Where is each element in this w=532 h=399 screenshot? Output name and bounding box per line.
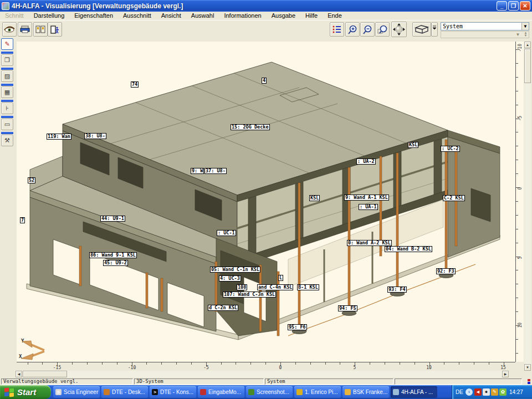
menu-item[interactable]: Ende bbox=[323, 12, 347, 19]
view-cube-icon[interactable] bbox=[412, 22, 431, 37]
update-icon[interactable]: ✿ bbox=[499, 388, 507, 396]
slab-hatch-icon[interactable]: ▨ bbox=[1, 70, 13, 82]
menu-item[interactable]: Ausgabe bbox=[267, 12, 300, 19]
start-button[interactable]: Start bbox=[0, 385, 51, 399]
model-annotation-label[interactable]: 05: Wand C-1n KSL bbox=[210, 267, 260, 273]
horizontal-scrollbar[interactable]: ◀ ▶ bbox=[16, 371, 509, 377]
model-annotation-label[interactable]: 45: U9-2 bbox=[103, 260, 128, 266]
taskbar-button[interactable]: 4H-ALFA - ... bbox=[391, 386, 437, 398]
close-button[interactable]: ✕ bbox=[520, 1, 530, 11]
menu-item[interactable]: Hilfe bbox=[300, 12, 323, 19]
ruler-tick bbox=[516, 298, 518, 298]
model-annotation-label[interactable]: 37: U8- bbox=[204, 168, 227, 174]
vertical-scrollbar[interactable]: ▲ ▼ bbox=[524, 42, 531, 371]
model-viewport[interactable]: 74415: 2OG Decke119: Wan38: U8-9: W37: U… bbox=[17, 42, 515, 362]
toolbar-grip[interactable] bbox=[1, 52, 13, 54]
model-annotation-label[interactable]: d C-2n KSL bbox=[208, 305, 238, 311]
system-combo[interactable]: System ▼ bbox=[441, 22, 529, 30]
vscroll-thumb[interactable] bbox=[524, 49, 531, 83]
model-annotation-label[interactable]: : UC-1 bbox=[217, 230, 236, 236]
pan-control[interactable] bbox=[391, 22, 407, 37]
model-annotation-label[interactable]: 94: F5 bbox=[338, 305, 357, 311]
model-annotation-label[interactable]: KSL bbox=[309, 195, 320, 201]
secondary-combo[interactable]: ▼ ▲▼ bbox=[441, 31, 529, 38]
taskbar-button[interactable]: S Scia Engineer bbox=[53, 386, 100, 398]
textbox-icon[interactable]: ▭ bbox=[1, 119, 13, 130]
model-annotation-label[interactable]: 15: 2OG Decke bbox=[231, 124, 270, 130]
taskbar-button[interactable]: > DTE - Kons... bbox=[150, 386, 196, 398]
view-eye-icon[interactable] bbox=[2, 22, 17, 37]
toolbar-grip[interactable] bbox=[1, 116, 13, 118]
model-annotation-label[interactable]: : UC-2 bbox=[441, 146, 460, 152]
model-annotation-label[interactable]: 9: Wand A-1 KSL bbox=[344, 195, 389, 201]
combo-dropdown-icon[interactable]: ▼ bbox=[521, 23, 529, 30]
exit-door-icon[interactable] bbox=[48, 22, 62, 37]
hscroll-thumb[interactable] bbox=[23, 371, 67, 377]
scroll-down-icon[interactable]: ▼ bbox=[524, 364, 531, 371]
model-annotation-label[interactable]: L bbox=[278, 275, 283, 281]
model-annotation-label[interactable]: 92: F3 bbox=[436, 268, 456, 274]
model-annotation-label[interactable]: 108 bbox=[237, 284, 247, 290]
taskbar-button[interactable]: 1. Enrico Pi... bbox=[294, 386, 341, 398]
model-annotation-label[interactable]: 119: Wan bbox=[47, 134, 71, 140]
taskbar-button[interactable]: Screenshot... bbox=[246, 386, 293, 398]
model-annotation-label[interactable]: 38: U8- bbox=[84, 133, 106, 139]
section-pen-icon[interactable]: ✎ bbox=[1, 38, 13, 50]
zoom-out-icon[interactable] bbox=[360, 22, 375, 37]
model-annotation-label[interactable]: 74 bbox=[131, 81, 139, 88]
toolbar-grip[interactable] bbox=[1, 68, 13, 70]
print-icon[interactable] bbox=[18, 22, 32, 37]
menu-item[interactable]: Darstellung bbox=[29, 12, 70, 19]
scroll-left-icon[interactable]: ◀ bbox=[16, 371, 22, 377]
menu-item[interactable]: Ausschnitt bbox=[118, 12, 156, 19]
model-annotation-label[interactable]: 0: Wand A-2 KSL bbox=[347, 240, 392, 246]
model-annotation-label[interactable]: 107: Wand C-3n KSL bbox=[223, 291, 276, 298]
model-annotation-label[interactable]: KSL bbox=[408, 142, 418, 148]
toolbar-grip[interactable] bbox=[1, 84, 13, 86]
levels-icon[interactable]: ⊦ bbox=[1, 103, 13, 114]
menu-item[interactable]: Eigenschaften bbox=[69, 12, 118, 19]
model-annotation-label[interactable]: 86: Wand 9-1 KSL bbox=[89, 252, 137, 258]
menu-item[interactable]: Informationen bbox=[219, 12, 266, 19]
media-player-icon[interactable]: ● bbox=[483, 388, 490, 396]
help-books-icon[interactable] bbox=[33, 22, 48, 37]
model-annotation-label[interactable]: : UA-1 bbox=[359, 204, 378, 210]
model-annotation-label[interactable]: 9: W bbox=[191, 168, 204, 174]
model-annotation-label[interactable]: C-2 KSL bbox=[443, 195, 465, 201]
mesh-grid-icon[interactable]: ▦ bbox=[1, 86, 13, 98]
model-annotation-label[interactable]: 93: F4 bbox=[387, 287, 407, 293]
view-cube-dropdown[interactable] bbox=[431, 22, 438, 37]
taskbar-button[interactable]: EingabeMo... bbox=[198, 386, 244, 398]
model-annotation-label[interactable]: B-1 KSL bbox=[297, 284, 319, 290]
solid-view-icon[interactable]: ❐ bbox=[1, 54, 13, 66]
toolbar-grip[interactable] bbox=[1, 100, 13, 102]
scroll-up-icon[interactable]: ▲ bbox=[524, 42, 531, 48]
zoom-in-icon[interactable] bbox=[345, 22, 360, 37]
taskbar-button[interactable]: BSK Franke... bbox=[342, 386, 389, 398]
model-annotation-label[interactable]: and C-4n KSL bbox=[257, 284, 293, 290]
model-annotation-label[interactable]: 04: Wand B-2 KSL bbox=[385, 246, 432, 252]
restore-button[interactable]: ❐ bbox=[508, 1, 519, 11]
volume-icon[interactable]: ◄ bbox=[474, 388, 482, 396]
toolbar-grip[interactable] bbox=[1, 132, 13, 134]
model-annotation-label[interactable]: 4: UC-3 bbox=[219, 275, 241, 282]
language-indicator[interactable]: DE bbox=[456, 389, 463, 395]
menu-item[interactable]: Schnitt bbox=[0, 12, 29, 19]
model-annotation-label[interactable]: 7 bbox=[20, 217, 25, 223]
tray-chevron-icon[interactable]: ‹ bbox=[466, 388, 473, 396]
taskbar-button[interactable]: DTE - Desk... bbox=[101, 386, 148, 398]
model-annotation-label[interactable]: 44: U9-1 bbox=[100, 216, 125, 222]
draw-tool-icon[interactable]: ✎ bbox=[491, 388, 498, 396]
menu-item[interactable]: Auswahl bbox=[186, 12, 219, 19]
ruler-tick bbox=[340, 362, 340, 365]
zoom-window-icon[interactable] bbox=[375, 22, 390, 37]
minimize-button[interactable]: _ bbox=[497, 1, 507, 11]
model-annotation-label[interactable]: : UA-2 bbox=[356, 158, 376, 165]
model-annotation-label[interactable]: 52 bbox=[28, 177, 35, 183]
tools-icon[interactable]: ⚒ bbox=[1, 135, 13, 146]
menu-item[interactable]: Ansicht bbox=[156, 12, 186, 19]
model-annotation-label[interactable]: 95: F6 bbox=[288, 324, 307, 330]
display-options-icon[interactable] bbox=[330, 22, 344, 37]
scroll-right-icon[interactable]: ▶ bbox=[502, 371, 509, 377]
model-annotation-label[interactable]: 4 bbox=[262, 78, 267, 84]
